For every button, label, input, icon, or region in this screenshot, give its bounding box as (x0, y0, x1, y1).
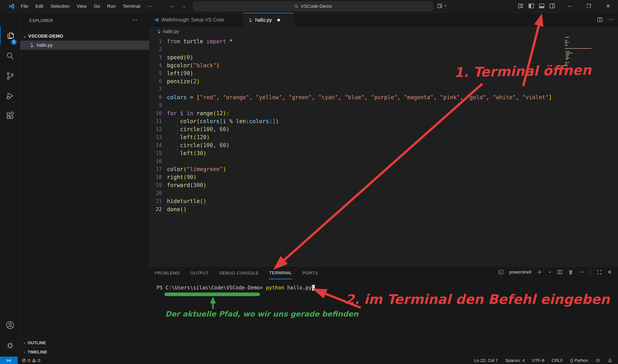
toggle-secondary-sidebar-icon[interactable] (549, 3, 555, 9)
code-line-16[interactable]: 16 (149, 157, 565, 165)
toggle-sidebar-icon[interactable] (528, 3, 534, 9)
cursor-position[interactable]: Ln 22, Col 7 (474, 358, 498, 363)
indent-guide (177, 117, 177, 157)
layout-controls (517, 3, 555, 9)
line-number: 9 (149, 102, 162, 108)
new-terminal-icon[interactable] (537, 269, 542, 275)
split-terminal-icon[interactable] (557, 269, 563, 275)
code-line-7[interactable]: 7 (149, 85, 565, 93)
restore-button[interactable]: ❐ (580, 0, 598, 12)
code-line-9[interactable]: 9 (149, 101, 565, 109)
menu-file[interactable]: File (17, 2, 32, 11)
account-icon (6, 321, 14, 329)
warning-icon (32, 358, 36, 363)
close-button[interactable]: ✕ (599, 0, 617, 12)
customize-layout-icon[interactable] (517, 3, 524, 9)
toggle-panel-icon[interactable] (539, 3, 545, 9)
outline-section[interactable]: › OUTLINE (20, 338, 149, 347)
code-line-10[interactable]: 10for i in range(12): (149, 109, 565, 117)
remote-indicator[interactable]: >< (0, 357, 18, 364)
customize-layout-button[interactable] (437, 3, 447, 9)
command-center-search[interactable]: VSCode-Demo (193, 2, 433, 11)
code-line-17[interactable]: 17color("limegreen") (149, 165, 565, 173)
minimap-mark (567, 40, 567, 41)
code-line-21[interactable]: 21hideturtle() (149, 197, 565, 205)
code-text: pensize(2) (162, 78, 200, 84)
panel-tab-debug-console[interactable]: DEBUG CONSOLE (219, 267, 259, 279)
panel-tab-output[interactable]: OUTPUT (190, 267, 209, 279)
explorer-activity-button[interactable]: 1 (0, 27, 21, 45)
line-number: 15 (149, 150, 162, 156)
explorer-more-icon[interactable]: ⋯ (132, 17, 138, 24)
python-file-icon (157, 29, 161, 34)
back-arrow-icon[interactable]: ← (170, 2, 175, 9)
code-line-1[interactable]: 1from turtle import * (149, 38, 565, 45)
code-line-13[interactable]: 13 left(120) (149, 133, 565, 141)
minimap-mark (579, 48, 581, 49)
chevron-right-icon: › (24, 350, 25, 354)
menu-selection[interactable]: Selection (47, 2, 73, 11)
editor-scrollbar[interactable] (612, 37, 613, 266)
accounts-button[interactable] (0, 316, 20, 334)
code-line-11[interactable]: 11 color(colors[i % len(colors)]) (149, 117, 565, 125)
terminal-command-line[interactable]: PS C:\Users\silas\Code\VSCode-Demo> pyth… (157, 285, 315, 291)
indentation[interactable]: Spaces: 4 (505, 358, 525, 363)
kill-terminal-icon[interactable] (568, 269, 573, 275)
code-text: for i in range(12): (162, 110, 229, 117)
more-actions-icon[interactable]: ⋯ (579, 269, 584, 275)
git-branch-icon (6, 71, 14, 80)
menu-run[interactable]: Run (104, 2, 119, 11)
panel-tab-terminal[interactable]: TERMINAL (269, 267, 292, 279)
settings-button[interactable] (0, 337, 20, 354)
editor-actions: ⋯ (597, 16, 614, 23)
code-text: circle(100, 60) (162, 126, 229, 132)
copilot-icon[interactable] (595, 358, 600, 363)
bell-icon[interactable] (607, 358, 613, 363)
code-line-3[interactable]: 3speed(0) (149, 53, 565, 61)
timeline-section[interactable]: › TIMELINE (20, 347, 149, 357)
code-line-12[interactable]: 12 circle(100, 60) (149, 125, 565, 133)
language-mode[interactable]: {} Python (570, 358, 588, 363)
source-control-activity-button[interactable] (0, 67, 20, 85)
maximize-panel-icon[interactable] (597, 269, 602, 275)
minimize-button[interactable]: ─ (561, 0, 579, 12)
debug-icon (6, 91, 14, 100)
run-debug-activity-button[interactable] (0, 87, 20, 105)
code-line-2[interactable]: 2 (149, 45, 565, 53)
line-number: 16 (149, 158, 162, 164)
minimap-mark (568, 37, 569, 38)
menu-go[interactable]: Go (90, 2, 104, 11)
code-line-8[interactable]: 8colors = ["red", "orange", "yellow", "g… (149, 93, 565, 101)
shell-label[interactable]: powershell (509, 269, 531, 275)
menu-edit[interactable]: Edit (32, 2, 47, 11)
extensions-activity-button[interactable] (0, 107, 20, 125)
menu-view[interactable]: View (73, 2, 90, 11)
problems-status[interactable]: 0 0 (22, 357, 40, 364)
chevron-down-icon[interactable] (548, 270, 552, 274)
code-line-18[interactable]: 18right(90) (149, 173, 565, 181)
split-editor-icon[interactable] (597, 17, 603, 23)
more-actions-icon[interactable]: ⋯ (609, 16, 614, 23)
eol-sequence[interactable]: CRLF (552, 358, 563, 363)
file-row-hallo-py[interactable]: hallo.py (20, 40, 149, 50)
tab-walkthrough[interactable]: Walkthrough: Setup VS Code (149, 13, 243, 27)
menu-[interactable]: ⋯ (144, 2, 156, 11)
minimap-mark (565, 51, 566, 52)
tab-hallo-py[interactable]: hallo.py (243, 13, 294, 27)
panel-tab-problems[interactable]: PROBLEMS (155, 267, 180, 279)
folder-row-vscode-demo[interactable]: ⌄ VSCODE-DEMO (20, 32, 149, 40)
code-line-15[interactable]: 15 left(30) (149, 149, 565, 157)
menu-terminal[interactable]: Terminal (119, 2, 144, 11)
code-line-19[interactable]: 19forward(300) (149, 181, 565, 189)
panel-tab-ports[interactable]: PORTS (302, 267, 318, 279)
code-line-20[interactable]: 20 (149, 189, 565, 197)
encoding[interactable]: UTF-8 (532, 358, 544, 363)
unsaved-dot-icon[interactable] (277, 19, 280, 21)
code-line-14[interactable]: 14 circle(100, 60) (149, 141, 565, 149)
line-number: 13 (149, 134, 162, 140)
forward-arrow-icon[interactable]: → (181, 2, 186, 9)
breadcrumb[interactable]: hallo.py (149, 27, 618, 36)
close-panel-icon[interactable]: ✕ (607, 269, 612, 275)
code-line-22[interactable]: 22done() (149, 205, 565, 214)
search-activity-button[interactable] (0, 47, 20, 65)
